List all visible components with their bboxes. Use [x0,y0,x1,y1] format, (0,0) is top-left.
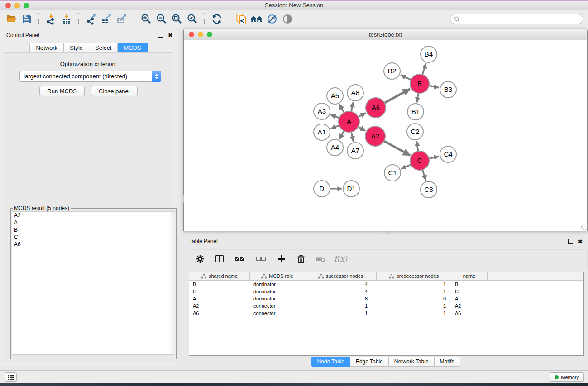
tab-select[interactable]: Select [89,43,118,53]
column-header-shared-name[interactable]: shared name [189,272,250,280]
function-builder-icon[interactable]: f(x) [334,254,347,263]
optimization-criterion-select[interactable]: largest connected component (directed) [19,71,161,82]
birds-eye-view-icon[interactable] [280,12,295,26]
open-file-icon[interactable] [4,12,19,26]
edge-B-B1[interactable] [417,94,418,102]
export-image-icon[interactable] [114,12,129,26]
select-all-rows-icon[interactable] [233,253,247,265]
export-network-icon[interactable] [83,12,99,26]
tab-network[interactable]: Network [29,43,64,53]
result-item[interactable]: A6 [12,241,175,248]
column-header-MCDS-role[interactable]: MCDS role [250,272,305,280]
edge-A6-B[interactable] [385,89,410,103]
zoom-network-window-button[interactable] [207,32,212,37]
table-row[interactable]: A6connector11A6 [189,310,583,317]
panel-splitter-handle[interactable] [181,195,184,203]
minimize-window-button[interactable] [14,3,20,8]
result-item[interactable]: B [12,226,175,234]
close-network-window-button[interactable] [189,32,194,37]
tab-motifs[interactable]: Motifs [435,357,460,367]
run-mcds-button[interactable]: Run MCDS [39,86,85,96]
export-table-icon[interactable] [99,12,114,26]
save-session-icon[interactable] [19,12,34,26]
table-cell: connector [250,303,305,309]
refresh-view-icon[interactable] [209,12,225,26]
close-window-button[interactable] [5,3,11,8]
zoom-window-button[interactable] [24,3,29,8]
edge-A-A2[interactable] [359,127,365,131]
zoom-in-icon[interactable] [139,12,154,26]
network-canvas[interactable]: AA1A2A3A4A5A6A7A8BB1B2B3B4CC1C2C3C4DD1 [184,40,587,231]
import-network-icon[interactable] [43,12,59,26]
window-resize-handle[interactable] [581,225,586,230]
edge-B-B2[interactable] [401,75,411,80]
tab-edge-table[interactable]: Edge Table [350,357,389,367]
edge-C-C1[interactable] [401,165,411,169]
edge-B-B3[interactable] [430,86,439,87]
close-panel-icon[interactable]: ✖ [168,33,172,38]
table-cell: 0 [377,296,451,301]
edge-A-A1[interactable] [331,126,339,129]
zoom-fit-icon[interactable] [169,12,185,26]
tab-network-table[interactable]: Network Table [389,357,435,367]
zoom-out-icon[interactable] [154,12,169,26]
float-panel-icon[interactable] [568,239,573,244]
mcds-tab-content: Optimization criterion: largest connecte… [4,52,173,362]
tab-mcds[interactable]: MCDS [118,43,147,53]
edge-C-C3[interactable] [423,170,426,181]
deselect-all-rows-icon[interactable] [254,253,268,265]
result-scrollbar[interactable] [169,212,175,354]
column-header-successor-nodes[interactable]: successor nodes [305,272,377,280]
column-header-predecessor-nodes[interactable]: predecessor nodes [377,272,451,280]
edge-C-C2[interactable] [416,141,418,151]
close-panel-button[interactable]: Close panel [91,86,138,96]
search-input[interactable] [462,15,583,23]
float-panel-icon[interactable] [158,33,163,38]
create-column-icon[interactable] [276,253,287,265]
node-label-A6: A6 [372,104,380,111]
network-window-titlebar[interactable]: testGlobe.txt [184,29,587,40]
edge-C-C4[interactable] [429,157,439,159]
tab-node-table[interactable]: Node Table [311,357,350,367]
edge-A-A3[interactable] [331,115,339,118]
edge-A2-C[interactable] [384,141,410,155]
edge-B-B4[interactable] [422,63,425,74]
table-toolbar: f(x) [189,249,588,268]
result-item[interactable]: C [12,234,175,241]
table-row[interactable]: Cdominator41C [189,288,583,295]
edge-A-A6[interactable] [359,113,366,117]
delete-columns-icon[interactable] [295,253,307,265]
column-header-name[interactable]: name [451,272,488,280]
table-row[interactable]: A2connector11A2 [189,302,583,310]
mcds-result-list[interactable]: A2ABCA6 [12,211,175,355]
first-neighbors-icon[interactable] [249,12,264,26]
result-item[interactable]: A2 [12,212,175,219]
show-hide-graphics-details-icon[interactable] [264,12,280,26]
network-graph[interactable]: AA1A2A3A4A5A6A7A8BB1B2B3B4CC1C2C3C4DD1 [184,40,587,231]
edge-A-A8[interactable] [351,102,353,111]
table-row[interactable]: Bdominator41B [189,281,583,288]
edge-A-A7[interactable] [351,132,353,141]
duplicate-network-icon[interactable] [234,12,249,26]
column-visibility-icon[interactable] [214,253,225,265]
table-cell: C [189,289,250,294]
table-mode-gear-icon[interactable] [194,253,206,265]
task-history-button[interactable] [5,372,17,382]
node-label-B: B [417,80,422,87]
close-panel-icon[interactable]: ✖ [578,239,583,244]
control-panel-controls: ✖ [158,33,172,38]
panel-splitter-handle[interactable] [382,231,388,234]
result-item[interactable]: A [12,219,175,226]
minimize-network-window-button[interactable] [198,32,203,37]
search-box[interactable] [450,14,583,24]
import-table-icon[interactable] [59,12,74,26]
edge-A-A4[interactable] [339,131,344,139]
delete-table-icon[interactable] [315,253,326,265]
edge-A-A5[interactable] [339,104,344,112]
node-label-B2: B2 [388,67,396,75]
zoom-selected-icon[interactable] [185,12,200,26]
table-row[interactable]: Adominator80A [189,295,583,302]
memory-button[interactable]: Memory [550,372,584,382]
tab-style[interactable]: Style [64,43,89,53]
node-label-A5: A5 [331,92,339,100]
